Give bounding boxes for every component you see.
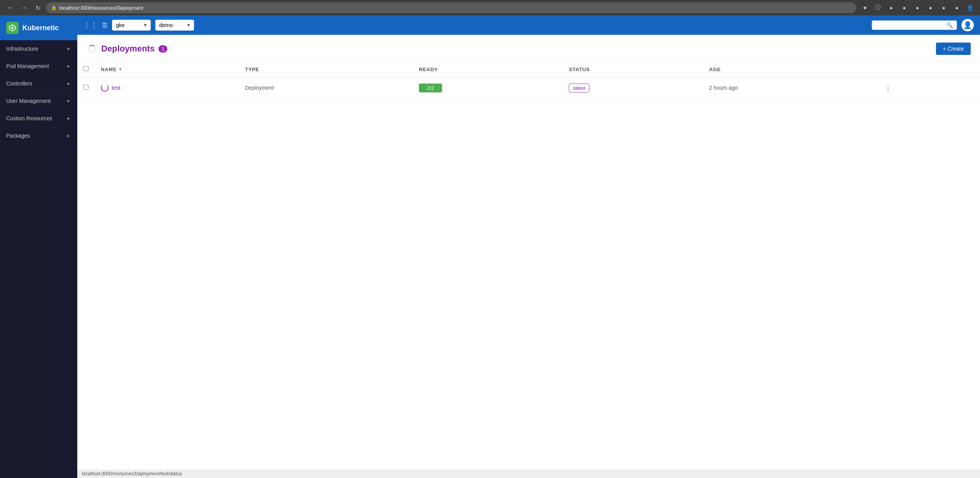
select-all-checkbox[interactable] bbox=[83, 66, 88, 71]
extension-icon-2[interactable]: ● bbox=[899, 2, 910, 13]
row-name-link[interactable]: test bbox=[112, 85, 121, 91]
back-button[interactable]: ← bbox=[5, 2, 15, 13]
chevron-right-icon: ► bbox=[66, 133, 71, 138]
extension-icon-6[interactable]: ● bbox=[951, 2, 962, 13]
row-name-cell: test bbox=[95, 77, 239, 98]
list-icon[interactable]: ☰ bbox=[102, 22, 107, 29]
address-bar[interactable]: 🔒 localhost:3000/resources/Deployment bbox=[46, 2, 856, 13]
forward-button[interactable]: → bbox=[19, 2, 29, 13]
th-ready: READY bbox=[413, 61, 563, 77]
ready-bar: 2/2 bbox=[419, 84, 442, 92]
namespace-dropdown-wrapper[interactable]: demo ▼ bbox=[155, 20, 194, 31]
browser-toolbar: ★ ⓘ ● ● ● ● ● ● 👤 bbox=[859, 2, 975, 13]
sidebar: Kubernetic Infrastructure ► Pod Manageme… bbox=[0, 15, 77, 478]
sidebar-label-packages: Packages bbox=[6, 133, 30, 139]
count-badge: 1 bbox=[158, 45, 167, 53]
create-button[interactable]: + Create bbox=[936, 43, 971, 55]
row-status-spinner bbox=[101, 84, 109, 92]
cluster-dropdown[interactable]: gke bbox=[112, 20, 151, 31]
sidebar-label-controllers: Controllers bbox=[6, 80, 32, 87]
sidebar-logo: Kubernetic bbox=[0, 15, 77, 40]
user-icon[interactable]: 👤 bbox=[961, 19, 974, 31]
sidebar-item-controllers[interactable]: Controllers ► bbox=[0, 75, 77, 92]
cluster-dropdown-wrapper[interactable]: gke ▼ bbox=[112, 20, 151, 31]
app: Kubernetic Infrastructure ► Pod Manageme… bbox=[0, 15, 980, 478]
extension-icon-3[interactable]: ● bbox=[912, 2, 923, 13]
sidebar-label-infrastructure: Infrastructure bbox=[6, 46, 38, 52]
extension-icon-4[interactable]: ● bbox=[925, 2, 936, 13]
table-header: NAME ▼ TYPE READY STATUS AGE bbox=[77, 61, 980, 77]
grid-icon[interactable]: ⋮⋮ bbox=[83, 21, 97, 29]
bookmark-star-icon[interactable]: ★ bbox=[859, 2, 870, 13]
row-checkbox-cell bbox=[77, 77, 95, 98]
select-all-header bbox=[77, 61, 95, 77]
sidebar-item-custom-resources[interactable]: Custom Resources ► bbox=[0, 110, 77, 127]
th-actions bbox=[876, 61, 980, 77]
table-wrapper: NAME ▼ TYPE READY STATUS AGE bbox=[77, 61, 980, 469]
search-icon: 🔍 bbox=[946, 22, 953, 28]
deployments-table: NAME ▼ TYPE READY STATUS AGE bbox=[77, 61, 980, 98]
chevron-right-icon: ► bbox=[66, 98, 71, 104]
title-area: Deployments 1 bbox=[87, 43, 167, 54]
row-type-cell: Deployment bbox=[239, 77, 413, 98]
row-age-cell: 2 hours ago bbox=[703, 77, 876, 98]
th-name: NAME ▼ bbox=[95, 61, 239, 77]
search-input[interactable] bbox=[876, 22, 944, 28]
chevron-right-icon: ► bbox=[66, 63, 71, 69]
chevron-right-icon: ► bbox=[66, 46, 71, 51]
sidebar-label-pod-management: Pod Management bbox=[6, 63, 49, 69]
main-content: ⋮⋮ ☰ gke ▼ demo ▼ 🔍 👤 bbox=[77, 15, 980, 478]
th-age: AGE bbox=[703, 61, 876, 77]
namespace-dropdown[interactable]: demo bbox=[155, 20, 194, 31]
th-type: TYPE bbox=[239, 61, 413, 77]
lock-icon: 🔒 bbox=[51, 5, 57, 10]
table-body: test Deployment 2/2 latest 2 hours ago ⋮ bbox=[77, 77, 980, 98]
row-status-cell: latest bbox=[563, 77, 703, 98]
app-name: Kubernetic bbox=[22, 24, 59, 32]
spinner-icon bbox=[87, 43, 97, 54]
row-checkbox[interactable] bbox=[83, 85, 88, 90]
sort-icon[interactable]: ▼ bbox=[118, 67, 123, 72]
sidebar-item-pod-management[interactable]: Pod Management ► bbox=[0, 58, 77, 75]
status-url: localhost:3000/resources/Deployment/test… bbox=[82, 471, 182, 476]
logo-icon bbox=[6, 22, 19, 34]
top-header: ⋮⋮ ☰ gke ▼ demo ▼ 🔍 👤 bbox=[77, 15, 980, 35]
profile-icon[interactable]: 👤 bbox=[965, 2, 975, 13]
th-status: STATUS bbox=[563, 61, 703, 77]
sidebar-label-custom-resources: Custom Resources bbox=[6, 115, 52, 121]
svg-point-1 bbox=[11, 27, 14, 29]
table-row: test Deployment 2/2 latest 2 hours ago ⋮ bbox=[77, 77, 980, 98]
status-badge: latest bbox=[569, 84, 589, 92]
url-text: localhost:3000/resources/Deployment bbox=[59, 5, 143, 11]
browser-chrome: ← → ↻ 🔒 localhost:3000/resources/Deploym… bbox=[0, 0, 980, 15]
extension-icon-5[interactable]: ● bbox=[938, 2, 949, 13]
row-menu-button[interactable]: ⋮ bbox=[882, 82, 894, 93]
status-bar: localhost:3000/resources/Deployment/test… bbox=[77, 469, 980, 478]
sidebar-item-infrastructure[interactable]: Infrastructure ► bbox=[0, 40, 77, 58]
info-icon[interactable]: ⓘ bbox=[873, 2, 883, 13]
row-menu-cell: ⋮ bbox=[876, 77, 980, 98]
content-header: Deployments 1 + Create bbox=[77, 35, 980, 61]
chevron-right-icon: ► bbox=[66, 81, 71, 86]
sidebar-item-user-management[interactable]: User Management ► bbox=[0, 92, 77, 110]
reload-button[interactable]: ↻ bbox=[32, 2, 43, 13]
extension-icon-1[interactable]: ● bbox=[886, 2, 897, 13]
search-box[interactable]: 🔍 bbox=[872, 20, 957, 30]
page-title: Deployments bbox=[101, 44, 155, 54]
sidebar-label-user-management: User Management bbox=[6, 98, 51, 104]
row-ready-cell: 2/2 bbox=[413, 77, 563, 98]
sidebar-item-packages[interactable]: Packages ► bbox=[0, 127, 77, 145]
chevron-right-icon: ► bbox=[66, 116, 71, 121]
